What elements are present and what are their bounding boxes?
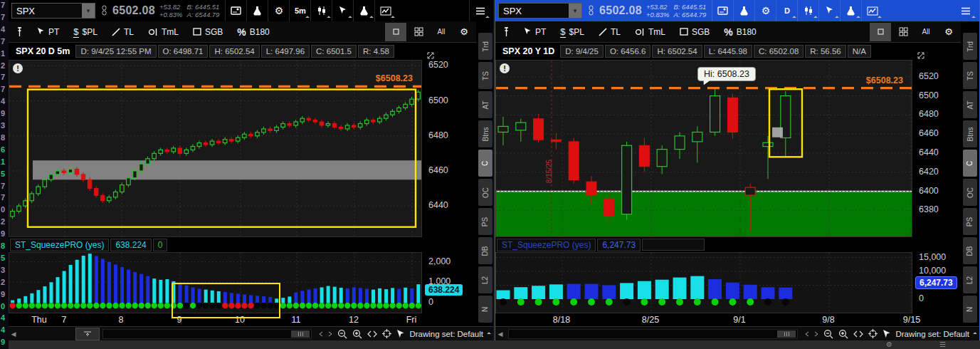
pin-icon[interactable] <box>497 23 516 41</box>
step-right-icon[interactable] <box>814 331 818 337</box>
zoom-out-icon[interactable] <box>823 329 833 339</box>
symbol-dropdown-button[interactable]: ▾ <box>82 4 95 18</box>
study-name[interactable]: ST_SqueezePRO (yes) <box>10 239 109 251</box>
scrollbar-grip[interactable] <box>777 330 796 338</box>
sidebar-tab-trd[interactable]: Trd <box>963 33 977 60</box>
timeframe-button[interactable]: 5m <box>289 0 310 21</box>
sidebar-tab-ts[interactable]: TS <box>963 62 977 89</box>
cursor-mode-icon[interactable] <box>882 329 891 339</box>
all-panels-button[interactable]: All <box>431 23 452 41</box>
chart-style-icon[interactable] <box>797 0 818 21</box>
trendline-tool-button[interactable]: TL <box>592 23 627 41</box>
settings-gear-icon[interactable]: ⚙ <box>754 0 776 21</box>
step-right-icon[interactable] <box>328 331 332 337</box>
toolbar-gear-icon[interactable]: ⚙ <box>938 23 959 41</box>
b180-tool-button[interactable]: %B180 <box>231 23 275 41</box>
pin-icon[interactable] <box>10 23 29 41</box>
sidebar-tab-at[interactable]: AT <box>478 91 492 118</box>
grid-layout-icon[interactable] <box>892 23 914 41</box>
dock-list-icon[interactable]: ☰ <box>939 340 946 348</box>
time-scrollbar[interactable] <box>508 329 798 339</box>
symbol-input[interactable]: SPX ▾ <box>498 3 582 19</box>
sidebar-tab-oc[interactable]: OC <box>963 179 977 206</box>
sidebar-tab-n[interactable]: N <box>478 296 492 323</box>
cursor-tool-icon[interactable] <box>332 0 353 21</box>
menu-list-icon[interactable] <box>955 0 976 21</box>
trendline-tool-button[interactable]: TL <box>105 23 140 41</box>
symbol-dropdown-button[interactable]: ▾ <box>569 4 581 18</box>
pointer-tool-button[interactable]: PT <box>31 23 65 41</box>
expand-horizontal-icon[interactable] <box>367 330 377 338</box>
price-chart[interactable]: ! $6508.23 Hi: 6508.23 8/15/25 <box>495 60 912 237</box>
timeframe-button[interactable]: D <box>776 0 797 21</box>
sgb-tool-button[interactable]: SGB <box>673 23 716 41</box>
settings-gear-icon[interactable]: ⚙ <box>268 0 289 21</box>
sidebar-tab-ps[interactable]: PS <box>478 208 492 235</box>
price-axis[interactable]: 64406460648065006520 <box>423 60 478 237</box>
menu-list-icon[interactable] <box>469 0 490 21</box>
warning-icon[interactable]: ! <box>13 63 23 73</box>
sidebar-tab-l2[interactable]: L2 <box>478 266 492 293</box>
step-left-icon[interactable] <box>319 331 323 337</box>
maximize-icon[interactable] <box>870 23 891 41</box>
drawings-linechart-icon[interactable] <box>374 0 396 21</box>
sidebar-tab-trd[interactable]: Trd <box>478 33 492 60</box>
expand-horizontal-icon[interactable] <box>853 330 863 338</box>
chart-style-icon[interactable] <box>310 0 332 21</box>
crosshair-corner-icon[interactable] <box>917 50 925 63</box>
b180-tool-button[interactable]: %B180 <box>717 23 762 41</box>
sidebar-tab-db[interactable]: DB <box>478 237 492 264</box>
step-left-icon[interactable] <box>805 331 809 337</box>
scroll-left-icon[interactable]: ◀ <box>9 330 19 338</box>
link-icon[interactable] <box>100 5 108 16</box>
dollar-pl-tool-button[interactable]: $$PL <box>554 23 591 41</box>
cursor-mode-icon[interactable] <box>396 329 405 339</box>
quick-study-flask-icon[interactable] <box>840 0 861 21</box>
time-scrollbar[interactable] <box>102 329 312 339</box>
dock-gear-icon[interactable]: ⚙ <box>886 340 892 348</box>
study-name[interactable]: ST_SqueezePRO (yes) <box>497 239 596 251</box>
scrollbar-grip[interactable] <box>291 330 310 338</box>
sidebar-tab-n[interactable]: N <box>963 296 977 323</box>
sidebar-tab-ts[interactable]: TS <box>478 62 492 89</box>
collapse-tab-button[interactable] <box>75 328 100 340</box>
zoom-in-icon[interactable] <box>352 329 362 339</box>
timeline-tool-button[interactable]: TmL <box>142 23 185 41</box>
grid-layout-icon[interactable] <box>408 23 429 41</box>
sidebar-tab-db[interactable]: DB <box>963 237 977 264</box>
link-icon[interactable] <box>586 5 595 16</box>
sidebar-tab-c[interactable]: C <box>963 150 977 177</box>
alerts-icon[interactable] <box>712 0 733 21</box>
symbol-input[interactable]: SPX ▾ <box>11 3 95 19</box>
sidebar-tab-l2[interactable]: L2 <box>963 266 977 293</box>
studies-flask-icon[interactable] <box>246 0 268 21</box>
zoom-out-icon[interactable] <box>337 329 347 339</box>
crosshair-target-icon[interactable] <box>868 329 878 338</box>
scroll-left-icon[interactable]: ◀ <box>495 330 505 338</box>
quick-study-flask-icon[interactable] <box>353 0 374 21</box>
maximize-icon[interactable] <box>385 23 406 41</box>
sgb-tool-button[interactable]: SGB <box>186 23 229 41</box>
time-axis[interactable]: 8/188/259/19/89/15 <box>495 313 964 326</box>
volume-axis[interactable]: 05,00010,00015,0006,247.73 <box>914 252 962 313</box>
dollar-pl-tool-button[interactable]: $$PL <box>67 23 104 41</box>
volume-study-chart[interactable] <box>495 252 912 313</box>
alerts-icon[interactable] <box>225 0 246 21</box>
drawings-linechart-icon[interactable] <box>861 0 882 21</box>
pointer-tool-button[interactable]: PT <box>517 23 552 41</box>
cursor-tool-icon[interactable] <box>818 0 840 21</box>
volume-axis[interactable]: 01,0002,000638.224 <box>423 252 478 313</box>
sidebar-tab-ps[interactable]: PS <box>963 208 977 235</box>
crosshair-target-icon[interactable] <box>382 329 391 338</box>
yellow-rectangle-drawing[interactable] <box>172 283 280 318</box>
sidebar-tab-at[interactable]: AT <box>963 91 977 118</box>
timeline-tool-button[interactable]: TmL <box>628 23 672 41</box>
all-panels-button[interactable]: All <box>915 23 937 41</box>
sidebar-tab-c[interactable]: C <box>478 150 492 177</box>
warning-icon[interactable]: ! <box>500 63 510 73</box>
toolbar-gear-icon[interactable]: ⚙ <box>453 23 475 41</box>
sidebar-tab-btns[interactable]: Btns <box>963 120 977 147</box>
zoom-in-icon[interactable] <box>838 329 848 339</box>
drawing-set-selector[interactable]: Drawing set: Default <box>895 330 974 338</box>
price-chart[interactable]: ! $6508.23 <box>9 60 422 237</box>
